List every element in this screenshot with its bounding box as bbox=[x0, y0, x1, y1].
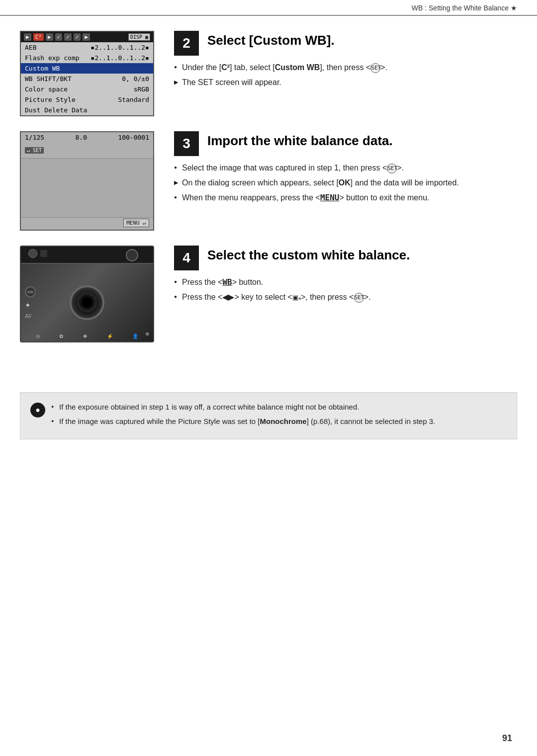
tab-icon-4: ✓ bbox=[55, 33, 63, 41]
note-text: If the exposure obtained in step 1 is wa… bbox=[51, 402, 435, 430]
step-4-row: WB ✦ AF ⊕ ⊙ ✿ ❋ bbox=[20, 246, 517, 342]
menu-row-flash: Flash exp comp ▪2..1..0..1..2▪ bbox=[21, 53, 153, 63]
tab-icon-7: ▶ bbox=[83, 33, 90, 41]
monochrome-bold: Monochrome bbox=[260, 417, 307, 425]
header-bar: WB : Setting the White Balance ★ bbox=[0, 0, 537, 16]
step-2-row: ▶ C² ▶ ✓ ✓ ✓ ▶ DISP ▣ AEB ▪2..1..0..1..2… bbox=[20, 31, 517, 116]
wb-key: WB bbox=[222, 277, 232, 287]
menu-row-label: Picture Style bbox=[25, 96, 76, 103]
menu-row-value: ▪2..1..0..1..2▪ bbox=[91, 44, 149, 51]
set-key-1: SET bbox=[370, 63, 380, 73]
playback-aperture: 8.0 bbox=[76, 134, 87, 141]
bottom-icon-3: ❋ bbox=[83, 334, 87, 339]
step-3-bullet2: When the menu reappears, press the <MENU… bbox=[174, 192, 517, 204]
menu-row-label: AEB bbox=[25, 44, 36, 51]
step-3-body: Select the image that was captured in st… bbox=[174, 162, 517, 207]
step-4-content: 4 Select the custom white balance. Press… bbox=[174, 246, 517, 306]
lens-inner bbox=[77, 292, 97, 312]
menu-row-dust-delete: Dust Delete Data bbox=[21, 105, 153, 115]
camera-right-controls: ⊕ bbox=[145, 264, 149, 341]
step-2-content: 2 Select [Custom WB]. Under the [C²] tab… bbox=[174, 31, 517, 91]
menu-row-label: WB SHIFT/BKT bbox=[25, 75, 72, 83]
menu-rows: AEB ▪2..1..0..1..2▪ Flash exp comp ▪2..1… bbox=[21, 42, 153, 115]
note-box: ● If the exposure obtained in step 1 is … bbox=[20, 392, 517, 439]
playback-menu-label: MENU ↵ bbox=[123, 219, 149, 227]
menu-row-custom-wb: Custom WB bbox=[21, 63, 153, 74]
step-4-heading: Select the custom white balance. bbox=[207, 248, 410, 263]
tab-icon-6: ✓ bbox=[74, 33, 81, 41]
custom-wb-icon: ▣₄ bbox=[292, 294, 301, 301]
camera-top-buttons bbox=[28, 249, 47, 258]
stars-icon: ✦ bbox=[25, 301, 36, 309]
menu-row-label: Custom WB bbox=[25, 65, 60, 72]
tab-icon-3: ▶ bbox=[46, 33, 53, 41]
camera-menu: ▶ C² ▶ ✓ ✓ ✓ ▶ DISP ▣ AEB ▪2..1..0..1..2… bbox=[20, 31, 154, 116]
menu-row-value: ▪2..1..0..1..2▪ bbox=[91, 54, 149, 62]
wb-button: WB bbox=[25, 286, 36, 297]
af-icon: AF bbox=[25, 313, 36, 319]
step-3-heading: Import the white balance data. bbox=[207, 133, 393, 149]
camera-bottom-icons: ⊙ ✿ ❋ ⚡ 👤 bbox=[21, 334, 153, 339]
menu-row-aeb: AEB ▪2..1..0..1..2▪ bbox=[21, 42, 153, 53]
bottom-icon-1: ⊙ bbox=[36, 334, 40, 339]
playback-image-area bbox=[21, 158, 153, 218]
camera-lens bbox=[70, 285, 104, 320]
step-2-body: Under the [C²] tab, select [Custom WB], … bbox=[174, 62, 517, 91]
menu-row-value: 0, 0/±0 bbox=[122, 75, 149, 83]
camera-left-controls: WB ✦ AF bbox=[25, 264, 36, 341]
bottom-icon-5: 👤 bbox=[132, 334, 138, 339]
step-4-body: Press the <WB> button. Press the <◀▶> ke… bbox=[174, 276, 517, 306]
menu-row-color-space: Color space sRGB bbox=[21, 84, 153, 94]
step-2-bullet1: Under the [C²] tab, select [Custom WB], … bbox=[174, 62, 517, 74]
playback-shutter: 1/125 bbox=[25, 134, 44, 141]
menu-row-label: Color space bbox=[25, 85, 68, 93]
step-2-arrow1: The SET screen will appear. bbox=[174, 77, 517, 88]
menu-row-value: Standard bbox=[118, 96, 149, 103]
step-3-bullet1: Select the image that was captured in st… bbox=[174, 162, 517, 174]
header-title: WB : Setting the White Balance ★ bbox=[412, 4, 517, 12]
camera-top-bar bbox=[21, 247, 153, 264]
note-bullet-1: If the exposure obtained in step 1 is wa… bbox=[51, 402, 435, 413]
step-4-bullet1: Press the <WB> button. bbox=[174, 276, 517, 288]
menu-row-picture-style: Picture Style Standard bbox=[21, 94, 153, 105]
step-2-heading: Select [Custom WB]. bbox=[207, 33, 335, 48]
tab-icon-5: ✓ bbox=[64, 33, 72, 41]
set-key-2: SET bbox=[387, 164, 397, 173]
camera-playback: 1/125 8.0 100-0001 ↵ SET MENU ↵ bbox=[20, 131, 154, 231]
step-2-left: ▶ C² ▶ ✓ ✓ ✓ ▶ DISP ▣ AEB ▪2..1..0..1..2… bbox=[20, 31, 164, 116]
bottom-icon-2: ✿ bbox=[59, 334, 63, 339]
custom-wb-bold: Custom WB bbox=[275, 63, 320, 72]
camera-lens-area: WB ✦ AF ⊕ bbox=[21, 264, 153, 341]
camera-body-image: WB ✦ AF ⊕ ⊙ ✿ ❋ bbox=[20, 246, 154, 342]
step-2-number: 2 bbox=[174, 31, 199, 56]
playback-file: 100-0001 bbox=[118, 134, 149, 141]
step-3-left: 1/125 8.0 100-0001 ↵ SET MENU ↵ bbox=[20, 131, 164, 231]
menu-row-label: Dust Delete Data bbox=[25, 106, 87, 114]
playback-topbar: 1/125 8.0 100-0001 bbox=[21, 132, 153, 143]
step-3-row: 1/125 8.0 100-0001 ↵ SET MENU ↵ 3 Import… bbox=[20, 131, 517, 231]
main-content: ▶ C² ▶ ✓ ✓ ✓ ▶ DISP ▣ AEB ▪2..1..0..1..2… bbox=[0, 16, 537, 377]
tab-icon-inline: C² bbox=[221, 63, 230, 72]
step-4-number: 4 bbox=[174, 246, 199, 270]
step-2-header: 2 Select [Custom WB]. bbox=[174, 31, 517, 56]
step-4-bullet2: Press the <◀▶> key to select <▣₄>, then … bbox=[174, 291, 517, 303]
menu-row-value: sRGB bbox=[134, 85, 149, 93]
step-3-number: 3 bbox=[174, 131, 199, 156]
camera-main-dial bbox=[126, 249, 138, 261]
menu-row-label: Flash exp comp bbox=[25, 54, 80, 62]
page-number: 91 bbox=[502, 733, 512, 744]
note-bullet-2: If the image was captured while the Pict… bbox=[51, 416, 435, 427]
menu-key: MENU bbox=[320, 193, 340, 202]
button-1 bbox=[28, 249, 37, 258]
note-icon: ● bbox=[30, 403, 45, 418]
ok-bold: OK bbox=[339, 178, 351, 187]
tab-icon-2-active: C² bbox=[33, 33, 44, 41]
menu-row-wb-shift: WB SHIFT/BKT 0, 0/±0 bbox=[21, 74, 153, 84]
playback-set-icon-area: ↵ SET bbox=[21, 143, 153, 156]
tab-icon-1: ▶ bbox=[24, 33, 31, 41]
disp-badge: DISP ▣ bbox=[128, 33, 150, 41]
set-key-3: SET bbox=[354, 293, 364, 303]
bottom-icon-4: ⚡ bbox=[107, 334, 113, 339]
step-4-left: WB ✦ AF ⊕ ⊙ ✿ ❋ bbox=[20, 246, 164, 342]
button-2 bbox=[40, 250, 47, 257]
